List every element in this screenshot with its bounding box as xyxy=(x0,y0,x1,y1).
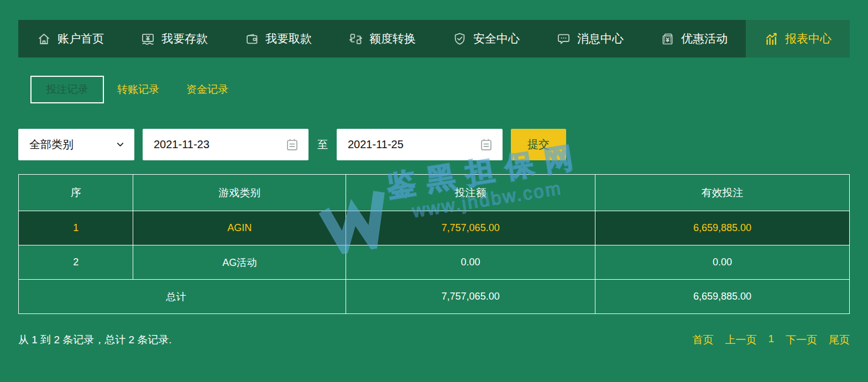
cell-game: AGIN xyxy=(133,211,346,245)
nav-item-label: 消息中心 xyxy=(577,31,624,46)
record-tabs: 投注记录 转账记录 资金记录 xyxy=(30,76,228,103)
table-total-row: 总计 7,757,065.00 6,659,885.00 xyxy=(19,280,850,314)
tab-bet-records[interactable]: 投注记录 xyxy=(30,76,104,103)
top-navigation: 账户首页 我要存款 我要取款 额度转换 安全中心 xyxy=(18,20,850,57)
transfer-icon xyxy=(348,32,363,46)
date-to-field xyxy=(337,129,503,160)
calendar-icon[interactable] xyxy=(285,137,300,152)
total-bet-amount: 7,757,065.00 xyxy=(346,280,595,314)
pagination-page-1[interactable]: 1 xyxy=(768,333,774,347)
nav-item-label: 安全中心 xyxy=(473,31,520,46)
cell-valid-bet: 0.00 xyxy=(595,245,850,280)
nav-item-label: 报表中心 xyxy=(785,31,832,46)
total-valid-bet: 6,659,885.00 xyxy=(595,280,850,314)
table-header-row: 序 游戏类别 投注额 有效投注 xyxy=(19,175,850,211)
pagination: 首页 上一页 1 下一页 尾页 xyxy=(692,333,850,347)
nav-item-label: 优惠活动 xyxy=(681,31,728,46)
filter-bar: 全部类别 至 提交 xyxy=(18,129,566,160)
header-valid-bet: 有效投注 xyxy=(595,175,850,211)
nav-item-security-center[interactable]: 安全中心 xyxy=(434,20,538,57)
nav-item-label: 账户首页 xyxy=(57,31,104,46)
table-row: 1 AGIN 7,757,065.00 6,659,885.00 xyxy=(19,211,850,245)
cell-bet-amount: 0.00 xyxy=(346,245,595,280)
category-select[interactable]: 全部类别 xyxy=(18,129,134,160)
records-summary: 从 1 到 2 条记录，总计 2 条记录. xyxy=(18,333,172,347)
message-icon xyxy=(556,32,571,46)
nav-item-promotions[interactable]: 优惠活动 xyxy=(642,20,746,57)
total-label: 总计 xyxy=(19,280,346,314)
tab-label: 投注记录 xyxy=(46,82,88,97)
table-row: 2 AG活动 0.00 0.00 xyxy=(19,245,850,280)
header-index: 序 xyxy=(19,175,133,211)
home-icon xyxy=(36,32,51,46)
nav-item-account-home[interactable]: 账户首页 xyxy=(18,20,122,57)
pagination-last[interactable]: 尾页 xyxy=(829,333,850,347)
report-chart-icon xyxy=(764,32,779,46)
bottom-bar: 从 1 到 2 条记录，总计 2 条记录. 首页 上一页 1 下一页 尾页 xyxy=(18,333,850,347)
shield-check-icon xyxy=(452,32,467,46)
promo-packet-icon xyxy=(660,32,675,46)
nav-item-quota-transfer[interactable]: 额度转换 xyxy=(330,20,434,57)
calendar-icon[interactable] xyxy=(479,137,494,152)
chevron-down-icon xyxy=(115,139,126,150)
header-game-category: 游戏类别 xyxy=(133,175,346,211)
header-bet-amount: 投注额 xyxy=(346,175,595,211)
cell-game: AG活动 xyxy=(133,245,346,280)
pagination-first[interactable]: 首页 xyxy=(692,333,713,347)
nav-item-label: 我要存款 xyxy=(161,31,208,46)
nav-item-message-center[interactable]: 消息中心 xyxy=(538,20,642,57)
deposit-icon xyxy=(140,32,155,46)
nav-item-label: 额度转换 xyxy=(369,31,416,46)
nav-item-withdraw[interactable]: 我要取款 xyxy=(226,20,330,57)
category-select-value: 全部类别 xyxy=(29,137,74,152)
cell-valid-bet: 6,659,885.00 xyxy=(595,211,850,245)
cell-index: 1 xyxy=(19,211,133,245)
pagination-next[interactable]: 下一页 xyxy=(786,333,817,347)
date-to-input[interactable] xyxy=(337,129,503,160)
date-range-to-label: 至 xyxy=(317,138,328,152)
submit-button[interactable]: 提交 xyxy=(511,129,566,160)
date-from-field xyxy=(143,129,308,160)
nav-item-report-center[interactable]: 报表中心 xyxy=(746,20,850,57)
cell-bet-amount: 7,757,065.00 xyxy=(346,211,595,245)
cell-index: 2 xyxy=(19,245,133,280)
nav-item-deposit[interactable]: 我要存款 xyxy=(122,20,226,57)
bet-report-table: 序 游戏类别 投注额 有效投注 1 AGIN 7,757,065.00 6,65… xyxy=(18,174,850,314)
tab-transfer-records[interactable]: 转账记录 xyxy=(117,82,159,97)
date-from-input[interactable] xyxy=(143,129,308,160)
withdraw-wallet-icon xyxy=(244,32,259,46)
pagination-prev[interactable]: 上一页 xyxy=(725,333,756,347)
nav-item-label: 我要取款 xyxy=(265,31,312,46)
tab-fund-records[interactable]: 资金记录 xyxy=(186,82,228,97)
